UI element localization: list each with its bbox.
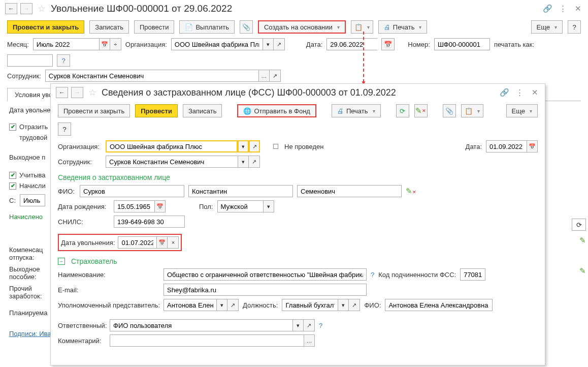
child-org-open-icon[interactable]: ↗ xyxy=(249,140,260,152)
child-nav-back-button[interactable]: ← xyxy=(56,87,68,98)
number-label: Номер: xyxy=(408,41,430,48)
child-close-icon[interactable]: ✕ xyxy=(530,87,540,98)
kebab-menu-icon[interactable]: ⋮ xyxy=(558,4,568,14)
responsible-input[interactable] xyxy=(110,319,292,331)
position-input[interactable] xyxy=(282,299,338,311)
email-input[interactable] xyxy=(164,284,367,296)
child-more-button[interactable]: Еще xyxy=(506,104,538,117)
responsible-open-icon[interactable]: ↗ xyxy=(304,319,315,331)
child-org-input[interactable] xyxy=(106,140,238,152)
child-post-close-button[interactable]: Провести и закрыть xyxy=(58,104,130,117)
rep-input[interactable] xyxy=(164,299,216,311)
fss-code-label: Код подчиненности ФСС: xyxy=(378,271,456,279)
birth-calendar-icon[interactable]: 📅 xyxy=(154,200,166,212)
more-button[interactable]: Еще xyxy=(531,20,563,34)
status-label: Не проведен xyxy=(284,143,323,150)
consider-checkbox[interactable]: ✔ xyxy=(9,172,16,179)
save-button[interactable]: Записать xyxy=(89,20,129,34)
child-employee-open-icon[interactable]: ↗ xyxy=(249,156,260,168)
child-save-button[interactable]: Записать xyxy=(183,104,222,117)
insurer-name-help-icon[interactable]: ? xyxy=(371,271,374,279)
sex-input[interactable] xyxy=(217,200,263,212)
child-attach-button[interactable]: 📎 xyxy=(443,104,456,117)
child-org-dropdown-icon[interactable]: ▾ xyxy=(238,140,249,152)
number-input[interactable] xyxy=(434,38,490,50)
send-to-fund-button[interactable]: 🌐Отправить в Фонд xyxy=(237,104,316,117)
print-as-input[interactable] xyxy=(7,54,53,67)
child-copy-button[interactable]: 📋 xyxy=(461,104,483,117)
create-based-on-button[interactable]: Создать на основании xyxy=(258,20,346,34)
snils-input[interactable] xyxy=(114,216,185,228)
employee-more-icon[interactable]: … xyxy=(258,70,270,82)
child-refresh-button[interactable]: ⟳ xyxy=(396,104,409,117)
c-input[interactable] xyxy=(20,194,45,206)
position-open-icon[interactable]: ↗ xyxy=(349,299,360,311)
close-icon[interactable]: ✕ xyxy=(573,4,583,14)
reflect-checkbox[interactable]: ✔ xyxy=(9,124,16,131)
rep-fio-label: ФИО: xyxy=(364,301,381,309)
main-window-header: ← → ☆ Увольнение ШФ00-000001 от 29.06.20… xyxy=(0,0,588,17)
date-calendar-icon[interactable]: 📅 xyxy=(381,38,395,50)
help-button[interactable]: ? xyxy=(568,20,581,34)
edit-pencil-icon-2[interactable]: ✎ xyxy=(579,266,586,276)
org-open-icon[interactable]: ↗ xyxy=(274,38,285,50)
copy-dropdown-button[interactable]: 📋 xyxy=(351,20,373,34)
child-favorite-star-icon[interactable]: ☆ xyxy=(88,87,96,98)
post-button[interactable]: Провести xyxy=(134,20,175,34)
employee-open-icon[interactable]: ↗ xyxy=(270,70,281,82)
child-kebab-menu-icon[interactable]: ⋮ xyxy=(514,87,525,98)
birth-input[interactable] xyxy=(114,200,154,212)
child-edit-button[interactable]: ✎✕ xyxy=(414,104,428,117)
dismiss-date-input[interactable] xyxy=(118,236,156,249)
dismiss-calendar-icon[interactable]: 📅 xyxy=(156,236,168,249)
favorite-star-icon[interactable]: ☆ xyxy=(38,3,46,14)
insurer-collapse-toggle[interactable]: − xyxy=(58,258,65,265)
comment-more-icon[interactable]: … xyxy=(304,334,315,347)
print-as-help-icon[interactable]: ? xyxy=(57,54,70,67)
edit-pencil-icon-1[interactable]: ✎ xyxy=(579,236,586,245)
post-and-close-button[interactable]: Провести и закрыть xyxy=(7,20,84,34)
month-label: Месяц: xyxy=(7,41,29,48)
month-calendar-icon[interactable]: 📅 xyxy=(99,38,110,50)
fss-code-input[interactable] xyxy=(460,268,485,281)
sex-dropdown-icon[interactable]: ▾ xyxy=(263,200,274,212)
child-help-button[interactable]: ? xyxy=(58,123,71,136)
rep-open-icon[interactable]: ↗ xyxy=(227,299,239,311)
fio-edit-icon[interactable]: ✎✕ xyxy=(406,187,416,196)
responsible-help-icon[interactable]: ? xyxy=(319,322,322,329)
nav-back-button[interactable]: ← xyxy=(5,3,17,14)
month-stepper-icon[interactable]: ÷ xyxy=(110,38,121,50)
child-employee-dropdown-icon[interactable]: ▾ xyxy=(238,156,249,168)
signatures-link[interactable]: Подписи: Ива xyxy=(9,330,51,338)
child-link-icon[interactable]: 🔗 xyxy=(499,87,509,98)
child-employee-input[interactable] xyxy=(106,156,238,168)
month-input[interactable] xyxy=(33,38,99,50)
rep-label: Уполномоченный представитель: xyxy=(58,301,159,309)
middle-name-input[interactable] xyxy=(297,185,402,197)
dismiss-clear-icon[interactable]: × xyxy=(168,236,179,249)
child-date-input[interactable] xyxy=(486,140,527,152)
date-input[interactable] xyxy=(326,38,377,50)
responsible-dropdown-icon[interactable]: ▾ xyxy=(292,319,304,331)
position-dropdown-icon[interactable]: ▾ xyxy=(338,299,349,311)
child-print-button[interactable]: 🖨Печать xyxy=(332,104,381,117)
rep-dropdown-icon[interactable]: ▾ xyxy=(216,299,227,311)
child-nav-forward-button[interactable]: → xyxy=(71,87,83,98)
pay-button[interactable]: 📄Выплатить xyxy=(179,20,235,34)
comment-input[interactable] xyxy=(110,334,304,347)
insurer-name-input[interactable] xyxy=(164,268,367,281)
org-dropdown-icon[interactable]: ▾ xyxy=(263,38,274,50)
child-date-calendar-icon[interactable]: 📅 xyxy=(527,140,538,152)
rep-fio-input[interactable] xyxy=(385,299,493,311)
employee-input[interactable] xyxy=(45,70,258,82)
attach-button[interactable]: 📎 xyxy=(240,20,253,34)
org-input[interactable] xyxy=(171,38,263,50)
nav-forward-button[interactable]: → xyxy=(20,3,32,14)
accrue-checkbox[interactable]: ✔ xyxy=(9,182,16,190)
print-button[interactable]: 🖨Печать xyxy=(378,20,428,34)
child-post-button[interactable]: Провести xyxy=(135,104,178,117)
email-label: E-mail: xyxy=(58,286,159,294)
first-name-input[interactable] xyxy=(188,185,293,197)
last-name-input[interactable] xyxy=(80,185,184,197)
link-icon[interactable]: 🔗 xyxy=(542,4,552,14)
